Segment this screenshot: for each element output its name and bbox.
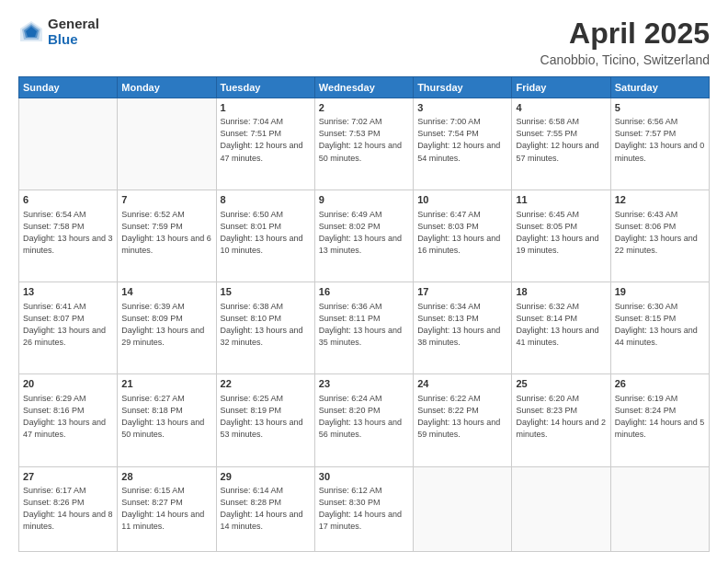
day-info: Sunrise: 6:25 AM Sunset: 8:19 PM Dayligh… [221, 393, 311, 441]
day-info: Sunrise: 6:52 AM Sunset: 7:59 PM Dayligh… [121, 209, 211, 257]
calendar-table: Sunday Monday Tuesday Wednesday Thursday… [18, 76, 710, 552]
day-info: Sunrise: 6:45 AM Sunset: 8:05 PM Dayligh… [516, 209, 606, 257]
table-row: 4Sunrise: 6:58 AM Sunset: 7:55 PM Daylig… [512, 98, 610, 190]
table-row [512, 466, 610, 551]
day-info: Sunrise: 6:32 AM Sunset: 8:14 PM Dayligh… [516, 301, 606, 349]
table-row: 20Sunrise: 6:29 AM Sunset: 8:16 PM Dayli… [19, 374, 118, 466]
day-number: 26 [615, 377, 705, 391]
day-number: 14 [121, 285, 211, 299]
table-row: 27Sunrise: 6:17 AM Sunset: 8:26 PM Dayli… [19, 466, 118, 551]
table-row [610, 466, 709, 551]
logo: General Blue [18, 17, 99, 47]
day-info: Sunrise: 6:27 AM Sunset: 8:18 PM Dayligh… [121, 393, 211, 441]
day-info: Sunrise: 6:14 AM Sunset: 8:28 PM Dayligh… [221, 485, 311, 533]
logo-general-text: General [48, 17, 99, 32]
table-row: 22Sunrise: 6:25 AM Sunset: 8:19 PM Dayli… [216, 374, 314, 466]
day-info: Sunrise: 6:56 AM Sunset: 7:57 PM Dayligh… [615, 116, 705, 164]
day-number: 11 [516, 193, 606, 207]
day-number: 19 [615, 285, 705, 299]
day-number: 20 [23, 377, 113, 391]
table-row: 18Sunrise: 6:32 AM Sunset: 8:14 PM Dayli… [512, 282, 610, 374]
table-row [19, 98, 118, 190]
table-row: 8Sunrise: 6:50 AM Sunset: 8:01 PM Daylig… [216, 190, 314, 282]
title-block: April 2025 Canobbio, Ticino, Switzerland [540, 17, 710, 67]
col-saturday: Saturday [610, 77, 709, 98]
table-row: 23Sunrise: 6:24 AM Sunset: 8:20 PM Dayli… [314, 374, 413, 466]
header: General Blue April 2025 Canobbio, Ticino… [18, 17, 710, 67]
day-info: Sunrise: 6:41 AM Sunset: 8:07 PM Dayligh… [23, 301, 113, 349]
col-friday: Friday [512, 77, 610, 98]
table-row: 5Sunrise: 6:56 AM Sunset: 7:57 PM Daylig… [610, 98, 709, 190]
table-row: 28Sunrise: 6:15 AM Sunset: 8:27 PM Dayli… [118, 466, 216, 551]
day-number: 30 [319, 470, 409, 484]
day-info: Sunrise: 6:43 AM Sunset: 8:06 PM Dayligh… [615, 209, 705, 257]
table-row: 12Sunrise: 6:43 AM Sunset: 8:06 PM Dayli… [610, 190, 709, 282]
day-number: 5 [615, 101, 705, 115]
day-info: Sunrise: 6:22 AM Sunset: 8:22 PM Dayligh… [417, 393, 507, 441]
day-number: 16 [319, 285, 409, 299]
day-number: 6 [23, 193, 113, 207]
day-number: 9 [319, 193, 409, 207]
table-row: 11Sunrise: 6:45 AM Sunset: 8:05 PM Dayli… [512, 190, 610, 282]
day-number: 17 [417, 285, 507, 299]
logo-blue-text: Blue [48, 32, 99, 48]
day-info: Sunrise: 6:50 AM Sunset: 8:01 PM Dayligh… [221, 209, 311, 257]
day-number: 18 [516, 285, 606, 299]
logo-text: General Blue [48, 17, 99, 47]
logo-icon [18, 19, 44, 45]
day-number: 29 [221, 470, 311, 484]
day-number: 7 [121, 193, 211, 207]
col-tuesday: Tuesday [216, 77, 314, 98]
day-number: 1 [221, 101, 311, 115]
day-info: Sunrise: 6:58 AM Sunset: 7:55 PM Dayligh… [516, 116, 606, 164]
table-row: 6Sunrise: 6:54 AM Sunset: 7:58 PM Daylig… [19, 190, 118, 282]
day-info: Sunrise: 6:17 AM Sunset: 8:26 PM Dayligh… [23, 485, 113, 533]
table-row: 13Sunrise: 6:41 AM Sunset: 8:07 PM Dayli… [19, 282, 118, 374]
table-row: 21Sunrise: 6:27 AM Sunset: 8:18 PM Dayli… [118, 374, 216, 466]
day-info: Sunrise: 6:47 AM Sunset: 8:03 PM Dayligh… [417, 209, 507, 257]
day-number: 22 [221, 377, 311, 391]
col-monday: Monday [118, 77, 216, 98]
subtitle: Canobbio, Ticino, Switzerland [540, 52, 710, 67]
table-row: 24Sunrise: 6:22 AM Sunset: 8:22 PM Dayli… [414, 374, 512, 466]
table-row: 19Sunrise: 6:30 AM Sunset: 8:15 PM Dayli… [610, 282, 709, 374]
day-number: 28 [121, 470, 211, 484]
day-info: Sunrise: 6:49 AM Sunset: 8:02 PM Dayligh… [319, 209, 409, 257]
page: General Blue April 2025 Canobbio, Ticino… [0, 0, 728, 563]
day-info: Sunrise: 6:39 AM Sunset: 8:09 PM Dayligh… [121, 301, 211, 349]
table-row: 9Sunrise: 6:49 AM Sunset: 8:02 PM Daylig… [314, 190, 413, 282]
table-row: 30Sunrise: 6:12 AM Sunset: 8:30 PM Dayli… [314, 466, 413, 551]
day-info: Sunrise: 6:12 AM Sunset: 8:30 PM Dayligh… [319, 485, 409, 533]
day-info: Sunrise: 6:54 AM Sunset: 7:58 PM Dayligh… [23, 209, 113, 257]
table-row: 17Sunrise: 6:34 AM Sunset: 8:13 PM Dayli… [414, 282, 512, 374]
table-row: 10Sunrise: 6:47 AM Sunset: 8:03 PM Dayli… [414, 190, 512, 282]
day-number: 23 [319, 377, 409, 391]
day-number: 12 [615, 193, 705, 207]
day-info: Sunrise: 7:00 AM Sunset: 7:54 PM Dayligh… [417, 116, 507, 164]
table-row: 2Sunrise: 7:02 AM Sunset: 7:53 PM Daylig… [314, 98, 413, 190]
table-row: 7Sunrise: 6:52 AM Sunset: 7:59 PM Daylig… [118, 190, 216, 282]
day-number: 4 [516, 101, 606, 115]
table-row: 16Sunrise: 6:36 AM Sunset: 8:11 PM Dayli… [314, 282, 413, 374]
day-info: Sunrise: 6:20 AM Sunset: 8:23 PM Dayligh… [516, 393, 606, 441]
day-number: 21 [121, 377, 211, 391]
table-row: 14Sunrise: 6:39 AM Sunset: 8:09 PM Dayli… [118, 282, 216, 374]
day-number: 8 [221, 193, 311, 207]
table-row: 15Sunrise: 6:38 AM Sunset: 8:10 PM Dayli… [216, 282, 314, 374]
day-number: 3 [417, 101, 507, 115]
col-wednesday: Wednesday [314, 77, 413, 98]
calendar-header-row: Sunday Monday Tuesday Wednesday Thursday… [19, 77, 710, 98]
day-info: Sunrise: 6:36 AM Sunset: 8:11 PM Dayligh… [319, 301, 409, 349]
table-row: 1Sunrise: 7:04 AM Sunset: 7:51 PM Daylig… [216, 98, 314, 190]
day-info: Sunrise: 6:24 AM Sunset: 8:20 PM Dayligh… [319, 393, 409, 441]
day-info: Sunrise: 6:15 AM Sunset: 8:27 PM Dayligh… [121, 485, 211, 533]
table-row [118, 98, 216, 190]
table-row: 3Sunrise: 7:00 AM Sunset: 7:54 PM Daylig… [414, 98, 512, 190]
day-info: Sunrise: 6:34 AM Sunset: 8:13 PM Dayligh… [417, 301, 507, 349]
day-info: Sunrise: 6:19 AM Sunset: 8:24 PM Dayligh… [615, 393, 705, 441]
day-number: 24 [417, 377, 507, 391]
day-info: Sunrise: 6:38 AM Sunset: 8:10 PM Dayligh… [221, 301, 311, 349]
day-info: Sunrise: 6:29 AM Sunset: 8:16 PM Dayligh… [23, 393, 113, 441]
day-info: Sunrise: 7:04 AM Sunset: 7:51 PM Dayligh… [221, 116, 311, 164]
col-sunday: Sunday [19, 77, 118, 98]
